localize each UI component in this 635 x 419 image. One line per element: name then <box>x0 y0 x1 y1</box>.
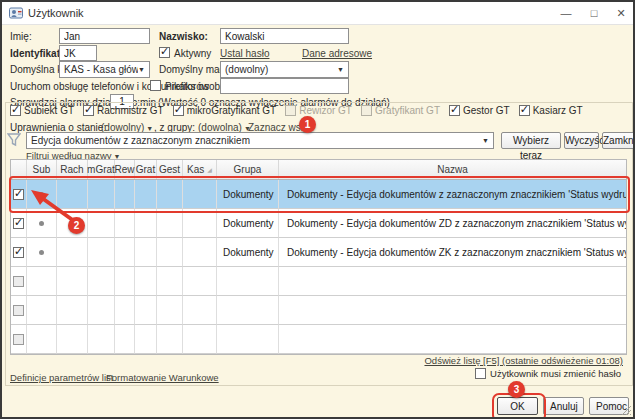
domyslna-kasa-value: KAS - Kasa główna <box>64 64 138 75</box>
musi-zmienic-haslo-row[interactable]: Użytkownik musi zmienić hasło <box>475 368 621 379</box>
row-checkbox[interactable] <box>13 276 24 287</box>
checkbox-icon <box>173 105 184 116</box>
filter-combo[interactable]: Edycja dokumentów z zaznaczonym znacznik… <box>26 132 494 149</box>
header-rach[interactable]: Rach <box>57 160 88 179</box>
product-label: Gratyfikant GT <box>375 105 440 116</box>
product-checkbox-kasiarz[interactable]: Kasiarz GT <box>519 105 583 116</box>
checkbox-icon <box>449 105 460 116</box>
chevron-down-icon: ▼ <box>482 137 489 144</box>
zamknij-button[interactable]: Zamknij <box>602 132 635 149</box>
cell-nazwa: Dokumenty - Edycja dokumentów ZK z zazna… <box>279 238 626 267</box>
chevron-down-icon: ▼ <box>138 66 145 73</box>
header-rew[interactable]: Rew <box>115 160 135 179</box>
header-checkbox-col <box>11 160 27 179</box>
product-label: Rachmistrz GT <box>97 105 164 116</box>
annotation-badge-1: 1 <box>299 116 316 133</box>
product-checkbox-rewizor: Rewizor GT <box>285 105 352 116</box>
table-row-selected[interactable]: Dokumenty Dokumenty - Edycja dokumentów … <box>11 180 626 209</box>
table-row-empty[interactable] <box>11 325 626 354</box>
checkbox-icon <box>361 105 372 116</box>
ok-button[interactable]: OK <box>497 397 538 415</box>
chevron-down-icon: ▼ <box>146 125 153 132</box>
annotation-badge-2: 2 <box>68 217 85 234</box>
sub-dot-icon <box>39 250 44 255</box>
filter-funnel-icon <box>7 133 21 147</box>
telefony-checkbox[interactable] <box>150 80 161 91</box>
cell-grupa: Dokumenty <box>217 180 279 209</box>
header-gest[interactable]: Gest <box>157 160 183 179</box>
minimize-button[interactable]: — <box>554 2 578 24</box>
product-checkbox-gestor[interactable]: Gestor GT <box>449 105 510 116</box>
table-row[interactable]: Dokumenty Dokumenty - Edycja dokumentów … <box>11 238 626 267</box>
anuluj-button[interactable]: Anuluj <box>543 397 584 415</box>
chevron-down-icon: ▼ <box>337 66 344 73</box>
table-row-empty[interactable] <box>11 267 626 296</box>
formatowanie-warunkowe-link[interactable]: Formatowanie Warunkowe <box>106 372 219 383</box>
row-checkbox[interactable] <box>13 247 24 258</box>
aktywny-label: Aktywny <box>174 48 211 59</box>
wyczysc-button[interactable]: Wyczyść <box>564 132 599 149</box>
product-label: Kasiarz GT <box>533 105 583 116</box>
checkbox-icon <box>519 105 530 116</box>
dane-adresowe-link[interactable]: Dane adresowe <box>302 48 372 59</box>
domyslna-kasa-select[interactable]: KAS - Kasa główna ▼ <box>59 61 150 78</box>
permissions-table: Sub Rach mGrat Rew Grat Gest Kas◢ Grupa … <box>10 159 627 355</box>
identyfikator-input[interactable] <box>59 45 97 61</box>
domyslny-magazyn-value: (dowolny) <box>225 64 268 75</box>
row-checkbox[interactable] <box>13 189 24 200</box>
musi-zmienic-checkbox[interactable] <box>475 368 486 379</box>
cell-grupa: Dokumenty <box>217 209 279 238</box>
checkbox-icon <box>83 105 94 116</box>
close-button[interactable]: ✕ <box>608 2 634 24</box>
nazwisko-label: Nazwisko: <box>159 31 208 42</box>
filter-combo-value: Edycja dokumentów z zaznaczonym znacznik… <box>31 135 250 146</box>
header-kas-label: Kas <box>187 164 204 175</box>
sort-indicator-icon: ◢ <box>207 166 212 173</box>
row-checkbox[interactable] <box>13 334 24 345</box>
product-label: mikroGratyfikant GT <box>187 105 276 116</box>
cell-nazwa: Dokumenty - Edycja dokumentów ZD z zazna… <box>279 209 626 238</box>
imie-label: Imię: <box>10 31 32 42</box>
product-label: Gestor GT <box>463 105 510 116</box>
imie-input[interactable] <box>59 28 150 44</box>
window-title: Użytkownik <box>28 7 84 19</box>
nazwisko-input[interactable] <box>220 28 349 44</box>
table-row[interactable]: Dokumenty Dokumenty - Edycja dokumentów … <box>11 209 626 238</box>
product-label: Rewizor GT <box>299 105 352 116</box>
prefiks-input[interactable] <box>220 78 349 94</box>
cell-nazwa: Dokumenty - Edycja dokumentów z zaznaczo… <box>279 180 626 209</box>
product-label: Subiekt GT <box>24 105 74 116</box>
checkbox-icon <box>285 105 296 116</box>
odswiez-liste-link[interactable]: Odśwież listę [F5] (ostatnie odświeżenie… <box>424 355 623 366</box>
ustal-haslo-link[interactable]: Ustal hasło <box>220 48 269 59</box>
row-checkbox[interactable] <box>13 305 24 316</box>
table-row-empty[interactable] <box>11 296 626 325</box>
product-checkbox-rachmistrz[interactable]: Rachmistrz GT <box>83 105 164 116</box>
header-grat[interactable]: Grat <box>135 160 157 179</box>
header-mgrat[interactable]: mGrat <box>88 160 115 179</box>
cell-grupa: Dokumenty <box>217 238 279 267</box>
header-sub[interactable]: Sub <box>27 160 57 179</box>
sub-dot-icon <box>39 192 44 197</box>
checkbox-icon <box>10 105 21 116</box>
product-checkbox-gratyfikant: Gratyfikant GT <box>361 105 440 116</box>
row-checkbox[interactable] <box>13 218 24 229</box>
domyslny-magazyn-select[interactable]: (dowolny) ▼ <box>220 61 349 78</box>
title-bar: Użytkownik — □ ✕ <box>2 2 633 25</box>
uzytkownik-dialog: Użytkownik — □ ✕ Imię: Nazwisko: Identyf… <box>0 0 635 419</box>
product-checkbox-mikrogratyfikant[interactable]: mikroGratyfikant GT <box>173 105 276 116</box>
product-checkbox-subiekt[interactable]: Subiekt GT <box>10 105 74 116</box>
resize-grip[interactable] <box>620 404 631 415</box>
definicje-parametrow-link[interactable]: Definicje parametrów list <box>10 372 113 383</box>
maximize-button[interactable]: □ <box>582 2 606 24</box>
aktywny-checkbox[interactable] <box>159 47 170 58</box>
products-row: Subiekt GT Rachmistrz GT mikroGratyfikan… <box>10 105 592 116</box>
header-grupa[interactable]: Grupa <box>217 160 279 179</box>
header-nazwa[interactable]: Nazwa <box>279 160 626 179</box>
wybierz-teraz-button[interactable]: Wybierz teraz <box>501 132 561 149</box>
musi-zmienic-label: Użytkownik musi zmienić hasło <box>490 368 621 379</box>
header-kas[interactable]: Kas◢ <box>183 160 217 179</box>
table-header-row: Sub Rach mGrat Rew Grat Gest Kas◢ Grupa … <box>11 160 626 180</box>
app-icon <box>9 6 23 20</box>
annotation-badge-3: 3 <box>508 381 525 398</box>
